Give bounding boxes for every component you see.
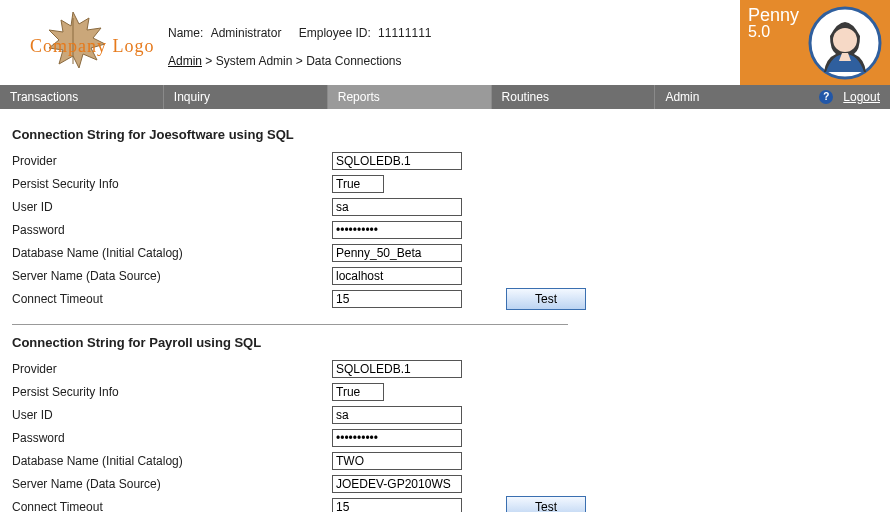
main-nav: Transactions Inquiry Reports Routines Ad… — [0, 85, 890, 109]
breadcrumb: Admin > System Admin > Data Connections — [168, 54, 445, 68]
section-title: Connection String for Payroll using SQL — [12, 335, 878, 350]
name-value: Administrator — [211, 26, 282, 40]
breadcrumb-current: Data Connections — [306, 54, 401, 68]
header: Company Logo Name: Administrator Employe… — [0, 0, 890, 85]
server-label: Server Name (Data Source) — [12, 269, 332, 283]
server-label: Server Name (Data Source) — [12, 477, 332, 491]
server-input[interactable] — [332, 475, 462, 493]
tab-admin[interactable]: Admin — [655, 85, 819, 109]
tab-reports[interactable]: Reports — [328, 85, 492, 109]
header-info: Name: Administrator Employee ID: 1111111… — [168, 26, 445, 68]
tab-inquiry[interactable]: Inquiry — [164, 85, 328, 109]
test-button[interactable]: Test — [506, 496, 586, 512]
psi-label: Persist Security Info — [12, 177, 332, 191]
timeout-label: Connect Timeout — [12, 500, 332, 512]
userid-input[interactable] — [332, 406, 462, 424]
psi-label: Persist Security Info — [12, 385, 332, 399]
svg-point-1 — [833, 28, 857, 52]
connection-section-joesoftware: Connection String for Joesoftware using … — [12, 127, 878, 310]
logout-link[interactable]: Logout — [843, 90, 880, 104]
timeout-label: Connect Timeout — [12, 292, 332, 306]
server-input[interactable] — [332, 267, 462, 285]
psi-input[interactable] — [332, 175, 384, 193]
company-logo: Company Logo — [10, 8, 150, 78]
section-title: Connection String for Joesoftware using … — [12, 127, 878, 142]
psi-input[interactable] — [332, 383, 384, 401]
avatar-icon — [808, 6, 882, 80]
dbname-input[interactable] — [332, 452, 462, 470]
breadcrumb-admin[interactable]: Admin — [168, 54, 202, 68]
content: Connection String for Joesoftware using … — [0, 109, 890, 512]
timeout-input[interactable] — [332, 498, 462, 512]
employee-id-label: Employee ID: — [299, 26, 371, 40]
provider-label: Provider — [12, 154, 332, 168]
connection-section-payroll: Connection String for Payroll using SQL … — [12, 335, 878, 512]
provider-input[interactable] — [332, 152, 462, 170]
breadcrumb-sep: > — [296, 54, 303, 68]
password-input[interactable] — [332, 221, 462, 239]
employee-id-value: 11111111 — [378, 26, 431, 40]
password-input[interactable] — [332, 429, 462, 447]
breadcrumb-sep: > — [205, 54, 212, 68]
tab-transactions[interactable]: Transactions — [0, 85, 164, 109]
userid-input[interactable] — [332, 198, 462, 216]
provider-label: Provider — [12, 362, 332, 376]
timeout-input[interactable] — [332, 290, 462, 308]
dbname-label: Database Name (Initial Catalog) — [12, 246, 332, 260]
brand-panel: Penny 5.0 — [740, 0, 890, 85]
userid-label: User ID — [12, 408, 332, 422]
test-button[interactable]: Test — [506, 288, 586, 310]
breadcrumb-system-admin: System Admin — [216, 54, 293, 68]
help-icon[interactable]: ? — [819, 90, 833, 104]
dbname-input[interactable] — [332, 244, 462, 262]
password-label: Password — [12, 223, 332, 237]
provider-input[interactable] — [332, 360, 462, 378]
section-divider — [12, 324, 568, 325]
company-logo-text: Company Logo — [30, 36, 155, 57]
password-label: Password — [12, 431, 332, 445]
userid-label: User ID — [12, 200, 332, 214]
dbname-label: Database Name (Initial Catalog) — [12, 454, 332, 468]
tab-routines[interactable]: Routines — [492, 85, 656, 109]
name-label: Name: — [168, 26, 203, 40]
